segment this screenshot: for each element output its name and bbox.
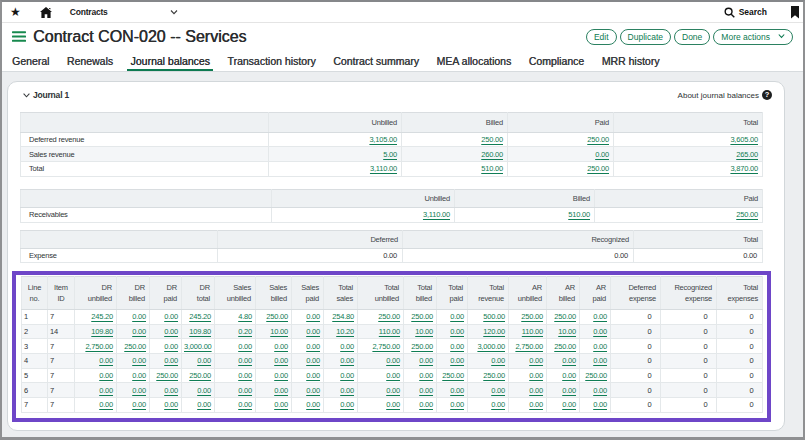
amount-link[interactable]: 0.00 <box>164 356 178 365</box>
amount-link[interactable]: 0.00 <box>386 356 400 365</box>
amount-link[interactable]: 0.00 <box>419 400 433 409</box>
amount-link[interactable]: 0.00 <box>419 386 433 395</box>
amount-link[interactable]: 0.00 <box>529 356 543 365</box>
amount-link[interactable]: 4.80 <box>238 312 252 321</box>
edit-button[interactable]: Edit <box>586 29 617 45</box>
amount-link[interactable]: 2,750.00 <box>515 342 543 351</box>
favorites-star-icon[interactable]: ★ <box>10 6 21 18</box>
amount-link[interactable]: 0.00 <box>274 356 288 365</box>
amount-link[interactable]: 0.00 <box>99 371 113 380</box>
amount-link[interactable]: 510.00 <box>481 164 503 173</box>
amount-link[interactable]: 250.00 <box>483 371 505 380</box>
amount-link[interactable]: 109.80 <box>91 327 113 336</box>
amount-link[interactable]: 0.00 <box>99 400 113 409</box>
amount-link[interactable]: 0.00 <box>306 371 320 380</box>
amount-link[interactable]: 245.20 <box>91 312 113 321</box>
module-dropdown[interactable]: Contracts <box>70 7 178 17</box>
amount-link[interactable]: 250.00 <box>585 371 607 380</box>
amount-link[interactable]: 0.00 <box>593 356 607 365</box>
amount-link[interactable]: 0.00 <box>306 312 320 321</box>
amount-link[interactable]: 0.00 <box>593 386 607 395</box>
amount-link[interactable]: 0.00 <box>340 356 354 365</box>
amount-link[interactable]: 0.00 <box>306 400 320 409</box>
amount-link[interactable]: 0.00 <box>386 400 400 409</box>
amount-link[interactable]: 250.00 <box>124 342 146 351</box>
amount-link[interactable]: 0.00 <box>132 356 146 365</box>
amount-link[interactable]: 2,750.00 <box>372 342 400 351</box>
amount-link[interactable]: 250.00 <box>554 312 576 321</box>
amount-link[interactable]: 0.00 <box>386 371 400 380</box>
amount-link[interactable]: 0.00 <box>132 327 146 336</box>
amount-link[interactable]: 10.00 <box>270 327 288 336</box>
amount-link[interactable]: 250.00 <box>554 342 576 351</box>
amount-link[interactable]: 250.00 <box>587 164 609 173</box>
amount-link[interactable]: 0.00 <box>306 342 320 351</box>
amount-link[interactable]: 0.00 <box>132 371 146 380</box>
amount-link[interactable]: 3,105.00 <box>369 135 397 144</box>
help-icon[interactable]: ? <box>762 90 772 100</box>
amount-link[interactable]: 10.00 <box>558 327 576 336</box>
amount-link[interactable]: 260.00 <box>481 150 503 159</box>
tab-transaction-history[interactable]: Transaction history <box>224 50 318 71</box>
search-button[interactable]: Search <box>724 7 767 18</box>
amount-link[interactable]: 250.00 <box>156 371 178 380</box>
amount-link[interactable]: 250.00 <box>481 135 503 144</box>
amount-link[interactable]: 109.80 <box>189 327 211 336</box>
amount-link[interactable]: 0.00 <box>238 386 252 395</box>
amount-link[interactable]: 0.00 <box>164 400 178 409</box>
amount-link[interactable]: 254.80 <box>332 312 354 321</box>
amount-link[interactable]: 0.00 <box>562 386 576 395</box>
amount-link[interactable]: 250.00 <box>442 371 464 380</box>
amount-link[interactable]: 0.00 <box>450 312 464 321</box>
amount-link[interactable]: 0.00 <box>529 371 543 380</box>
amount-link[interactable]: 0.00 <box>340 386 354 395</box>
amount-link[interactable]: 3,000.00 <box>477 342 505 351</box>
amount-link[interactable]: 0.00 <box>593 342 607 351</box>
amount-link[interactable]: 0.00 <box>132 312 146 321</box>
amount-link[interactable]: 0.00 <box>386 386 400 395</box>
amount-link[interactable]: 0.00 <box>238 371 252 380</box>
amount-link[interactable]: 0.00 <box>238 342 252 351</box>
amount-link[interactable]: 0.00 <box>306 386 320 395</box>
amount-link[interactable]: 0.00 <box>450 342 464 351</box>
amount-link[interactable]: 0.00 <box>419 356 433 365</box>
amount-link[interactable]: 265.00 <box>736 150 758 159</box>
amount-link[interactable]: 0.00 <box>450 400 464 409</box>
amount-link[interactable]: 0.00 <box>529 400 543 409</box>
amount-link[interactable]: 0.00 <box>164 386 178 395</box>
amount-link[interactable]: 0.00 <box>238 356 252 365</box>
amount-link[interactable]: 0.00 <box>238 400 252 409</box>
amount-link[interactable]: 0.00 <box>491 356 505 365</box>
amount-link[interactable]: 0.00 <box>306 356 320 365</box>
amount-link[interactable]: 0.00 <box>274 400 288 409</box>
amount-link[interactable]: 0.00 <box>340 371 354 380</box>
amount-link[interactable]: 250.00 <box>378 312 400 321</box>
amount-link[interactable]: 3,000.00 <box>184 342 212 351</box>
amount-link[interactable]: 120.00 <box>483 327 505 336</box>
bookmark-icon[interactable] <box>790 6 800 19</box>
more-actions-button[interactable]: More actions <box>713 29 793 45</box>
list-icon[interactable] <box>12 31 26 42</box>
amount-link[interactable]: 0.00 <box>99 386 113 395</box>
amount-link[interactable]: 0.00 <box>99 356 113 365</box>
amount-link[interactable]: 250.00 <box>587 135 609 144</box>
amount-link[interactable]: 0.00 <box>274 386 288 395</box>
done-button[interactable]: Done <box>674 29 710 45</box>
amount-link[interactable]: 0.00 <box>197 400 211 409</box>
amount-link[interactable]: 0.00 <box>562 400 576 409</box>
amount-link[interactable]: 250.00 <box>266 312 288 321</box>
amount-link[interactable]: 510.00 <box>568 210 590 219</box>
amount-link[interactable]: 110.00 <box>379 327 400 336</box>
amount-link[interactable]: 3,110.00 <box>423 210 450 219</box>
amount-link[interactable]: 245.20 <box>189 312 211 321</box>
amount-link[interactable]: 5.00 <box>383 150 397 159</box>
amount-link[interactable]: 3,605.00 <box>730 135 758 144</box>
amount-link[interactable]: 0.00 <box>593 327 607 336</box>
amount-link[interactable]: 10.00 <box>415 327 433 336</box>
amount-link[interactable]: 0.00 <box>562 371 576 380</box>
amount-link[interactable]: 0.00 <box>491 386 505 395</box>
amount-link[interactable]: 0.20 <box>238 327 252 336</box>
amount-link[interactable]: 0.00 <box>132 386 146 395</box>
tab-mea-allocations[interactable]: MEA allocations <box>433 50 514 71</box>
amount-link[interactable]: 0.00 <box>491 400 505 409</box>
